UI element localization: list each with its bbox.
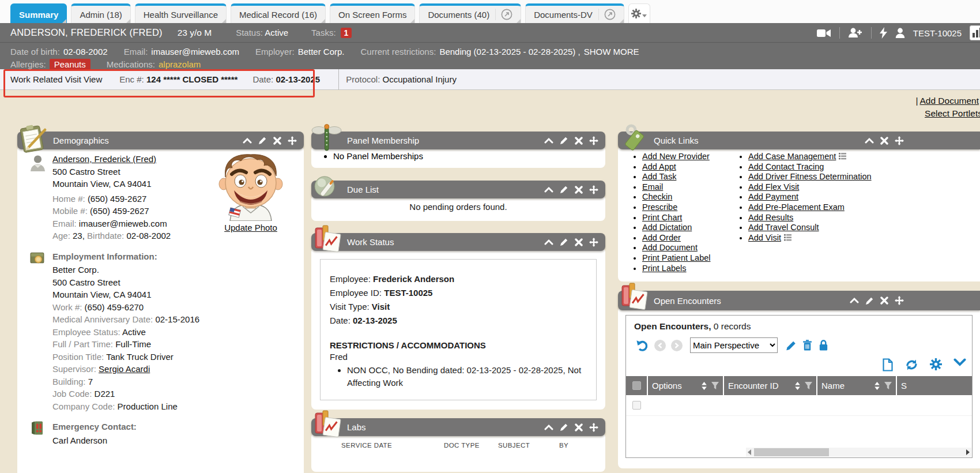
labs-col-subject[interactable]: SUBJECT (498, 442, 559, 449)
quick-link-item[interactable]: Add Payment (748, 192, 872, 202)
move-icon[interactable] (589, 136, 598, 145)
row-checkbox[interactable] (632, 401, 641, 410)
person-icon[interactable] (895, 28, 905, 38)
edit-icon[interactable] (560, 238, 568, 246)
column-header-encounter-id[interactable]: Encounter ID (724, 376, 816, 395)
select-portlets-link[interactable]: Select Portlets (925, 108, 980, 118)
quick-link-item[interactable]: Add New Provider (642, 152, 739, 162)
quick-link-item[interactable]: Add Travel Consult (748, 223, 872, 233)
allergy-badge[interactable]: Peanuts (50, 59, 91, 70)
new-document-icon[interactable] (882, 358, 894, 371)
column-header-name[interactable]: Name (817, 376, 896, 395)
labs-col-doc-type[interactable]: DOC TYPE (444, 442, 498, 449)
labs-col-by[interactable]: BY (559, 442, 568, 449)
menu-grid-icon[interactable] (839, 153, 846, 160)
quick-link-item[interactable]: Checkin (642, 192, 739, 202)
add-document-link[interactable]: Add Document (919, 96, 979, 106)
scroll-right-icon[interactable] (966, 449, 970, 455)
reset-icon[interactable] (635, 339, 649, 352)
edit-perspective-icon[interactable] (785, 340, 797, 351)
edit-icon[interactable] (560, 185, 568, 194)
quick-link-item[interactable]: Add Visit (748, 233, 872, 243)
portlet-header[interactable]: Labs (311, 418, 605, 436)
popout-icon[interactable] (598, 9, 616, 20)
lock-icon[interactable] (818, 339, 829, 351)
horizontal-scrollbar[interactable] (746, 448, 971, 457)
quick-link-item[interactable]: Add Dictation (642, 223, 739, 233)
quick-link-item[interactable]: Add Driver Fitness Determination (748, 172, 872, 182)
quick-link-item[interactable]: Print Labels (642, 264, 739, 274)
quick-link-item[interactable]: Add Results (748, 213, 872, 223)
refresh-icon[interactable] (905, 358, 918, 371)
tab-medical-record[interactable]: Medical Record (16) (231, 3, 326, 23)
delete-perspective-icon[interactable] (802, 339, 813, 351)
close-icon[interactable] (880, 137, 888, 145)
video-camera-icon[interactable] (817, 28, 831, 38)
update-photo-link[interactable]: Update Photo (224, 223, 277, 232)
portlet-header[interactable]: Due List (311, 181, 605, 198)
quick-link-item[interactable]: Add Document (642, 243, 739, 253)
filter-icon[interactable] (884, 382, 892, 389)
tab-admin[interactable]: Admin (18) (71, 3, 130, 23)
lightning-icon[interactable] (880, 27, 887, 39)
collapse-icon[interactable] (544, 424, 553, 431)
tab-summary[interactable]: Summary (10, 3, 67, 23)
menu-grid-icon[interactable] (784, 234, 791, 241)
close-icon[interactable] (575, 238, 583, 246)
tab-settings-gear[interactable] (628, 3, 650, 23)
popout-icon[interactable] (495, 9, 512, 20)
column-header-status-partial[interactable]: S (897, 376, 972, 395)
select-all-checkbox[interactable] (626, 376, 647, 395)
close-icon[interactable] (575, 423, 583, 431)
portlet-header[interactable]: Panel Membership (311, 132, 605, 149)
tab-documents-dv[interactable]: Documents-DV (525, 3, 624, 23)
filter-icon[interactable] (805, 382, 812, 389)
quick-link-item[interactable]: Prescribe (642, 202, 739, 213)
quick-link-item[interactable]: Print Chart (642, 213, 739, 223)
add-person-icon[interactable] (848, 28, 863, 38)
move-icon[interactable] (895, 136, 904, 145)
quick-link-item[interactable]: Add Case Management (748, 152, 872, 162)
perspective-select[interactable]: Main Perspective (690, 337, 778, 353)
quick-link-item[interactable]: Add Pre-Placement Exam (748, 202, 872, 213)
portlet-header[interactable]: Demographics (17, 132, 304, 149)
quick-link-item[interactable]: Add Task (642, 172, 739, 182)
close-icon[interactable] (273, 137, 281, 145)
move-icon[interactable] (895, 296, 904, 305)
collapse-icon[interactable] (243, 137, 252, 144)
move-icon[interactable] (589, 185, 598, 194)
move-icon[interactable] (589, 238, 598, 247)
edit-icon[interactable] (258, 136, 267, 145)
collapse-icon[interactable] (544, 137, 553, 144)
portlet-header[interactable]: Quick Links (618, 132, 980, 149)
quick-link-item[interactable]: Add Appt (642, 162, 739, 172)
quick-link-item[interactable]: Add Flex Visit (748, 182, 872, 193)
quick-link-item[interactable]: Add Contact Tracing (748, 162, 872, 172)
medication-value[interactable]: alprazolam (159, 59, 201, 69)
move-icon[interactable] (288, 136, 297, 145)
sort-icon[interactable] (795, 382, 800, 390)
tasks-count-badge[interactable]: 1 (341, 28, 352, 38)
column-header-options[interactable]: Options (648, 376, 723, 395)
portlet-header[interactable]: Work Status (311, 233, 605, 251)
edit-icon[interactable] (560, 136, 568, 145)
tab-health-surveillance[interactable]: Health Surveillance (135, 3, 227, 23)
scrollbar-thumb[interactable] (754, 448, 829, 456)
patient-name-link[interactable]: Anderson, Frederick (Fred) (52, 154, 156, 164)
flowsheet-chart-icon[interactable] (970, 25, 980, 40)
collapse-icon[interactable] (544, 239, 553, 246)
filter-icon[interactable] (711, 382, 719, 389)
tab-documents[interactable]: Documents (40) (419, 3, 521, 23)
prev-perspective-icon[interactable] (654, 340, 666, 351)
labs-col-service-date[interactable]: SERVICE DATE (341, 442, 444, 449)
show-more-link[interactable]: SHOW MORE (584, 47, 639, 57)
close-icon[interactable] (575, 186, 583, 194)
edit-icon[interactable] (865, 296, 874, 305)
sort-icon[interactable] (702, 382, 707, 390)
scroll-left-icon[interactable] (748, 449, 751, 455)
move-icon[interactable] (589, 423, 598, 432)
quick-link-item[interactable]: Print Patient Label (642, 253, 739, 264)
collapse-icon[interactable] (865, 137, 874, 144)
portlet-header[interactable]: Open Encounters (618, 291, 980, 310)
quick-link-item[interactable]: Add Order (642, 233, 739, 243)
